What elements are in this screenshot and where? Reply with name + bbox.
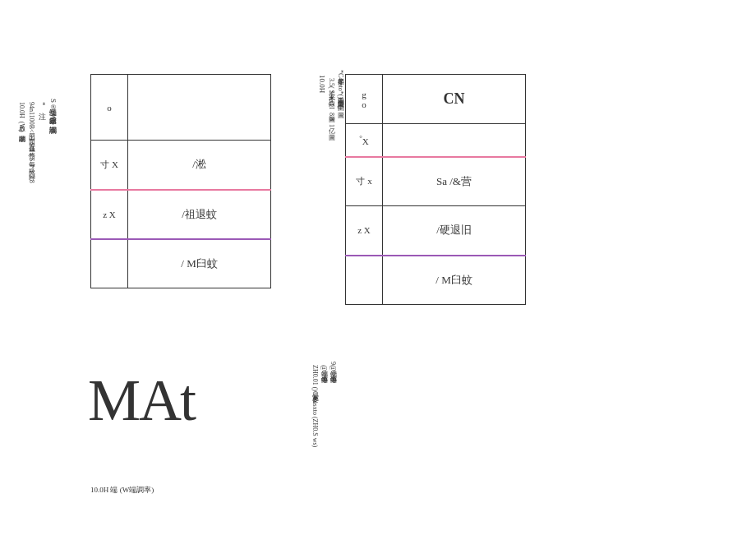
center-text-line1: *鑑手C4mto・等由*等由(圖)由 z (圖)	[336, 70, 345, 129]
left-row-value-4: / M臼蚊	[128, 239, 271, 288]
center-bottom-line2: 等端@等中等由	[319, 365, 328, 447]
sidebar-text-line3: 94n1100B田<面I>直I値 $ 務 1 (每 $ 級 I 歸 1 3 8	[26, 102, 36, 427]
center-text-line2: 3.5千(工米 $ 線 nx) I 圖 8.8 亿 1 圖	[327, 78, 336, 129]
right-row-label-5	[346, 256, 383, 305]
right-row-value-5: / M臼蚊	[383, 256, 526, 305]
page-content: S受端®鋸齒率(W端調率 *注 94n1100B田<面I>直I値 $ 務 1 (…	[0, 0, 756, 535]
center-bottom-line1: 9受端@等中等由	[328, 362, 337, 447]
right-table-container: go CN °X 寸 x Sa /	[345, 74, 526, 305]
table-row: °X	[346, 124, 526, 157]
left-row-value-1	[128, 75, 271, 141]
right-row-value-2	[383, 124, 526, 157]
left-row-label-1: o	[91, 75, 128, 141]
sidebar-text-line1: S受端®鋸齒率(W端調率	[48, 99, 59, 427]
sidebar-text-note: *注	[36, 102, 48, 427]
center-bottom-text: 9受端@等中等由 等端@等中等由 ZH0.01 受(支)要C4msxto (ZH…	[255, 362, 337, 447]
center-top-text: *鑑手C4mto・等由*等由(圖)由 z (圖) 3.5千(工米 $ 線 nx)…	[275, 70, 345, 129]
right-row-label-4: z X	[346, 206, 383, 256]
right-row-label-3: 寸 x	[346, 157, 383, 206]
left-row-label-4	[91, 239, 128, 288]
mat-text: MAt	[88, 367, 195, 435]
right-row-label-1: go	[346, 75, 383, 124]
table-row: z X /祖退蚊	[91, 190, 271, 239]
right-row-label-2: °X	[346, 124, 383, 157]
table-row: z X /硬退旧	[346, 206, 526, 256]
center-bottom-line3: ZH0.01 受(支)要C4msxto (ZH0.S ws)	[310, 365, 319, 447]
right-row-value-1: CN	[383, 75, 526, 124]
left-table-container: o 寸 X /淞 z X /祖退蚊	[90, 74, 271, 288]
right-row-value-3: Sa /&营	[383, 157, 526, 206]
right-row-value-4: /硬退旧	[383, 206, 526, 256]
table-row: 寸 X /淞	[91, 141, 271, 190]
left-row-label-3: z X	[91, 190, 128, 239]
center-text-10h: 10.0H	[316, 75, 327, 129]
table-row: / M臼蚊	[91, 239, 271, 288]
table-row: / M臼蚊	[346, 256, 526, 305]
sidebar-left-text: S受端®鋸齒率(W端調率 *注 94n1100B田<面I>直I値 $ 務 1 (…	[16, 99, 58, 427]
left-row-value-3: /祖退蚊	[128, 190, 271, 239]
table-row: o	[91, 75, 271, 141]
right-table: go CN °X 寸 x Sa /	[345, 74, 526, 305]
sidebar-text-line4: 10.0H 啟 (W端調率)	[16, 102, 26, 427]
left-row-label-2: 寸 X	[91, 141, 128, 190]
left-row-value-2: /淞	[128, 141, 271, 190]
table-row: go CN	[346, 75, 526, 124]
table-row: 寸 x Sa /&营	[346, 157, 526, 206]
bottom-left-note: 10.0H 端 (W端調率)	[90, 485, 154, 496]
left-table: o 寸 X /淞 z X /祖退蚊	[90, 74, 271, 288]
